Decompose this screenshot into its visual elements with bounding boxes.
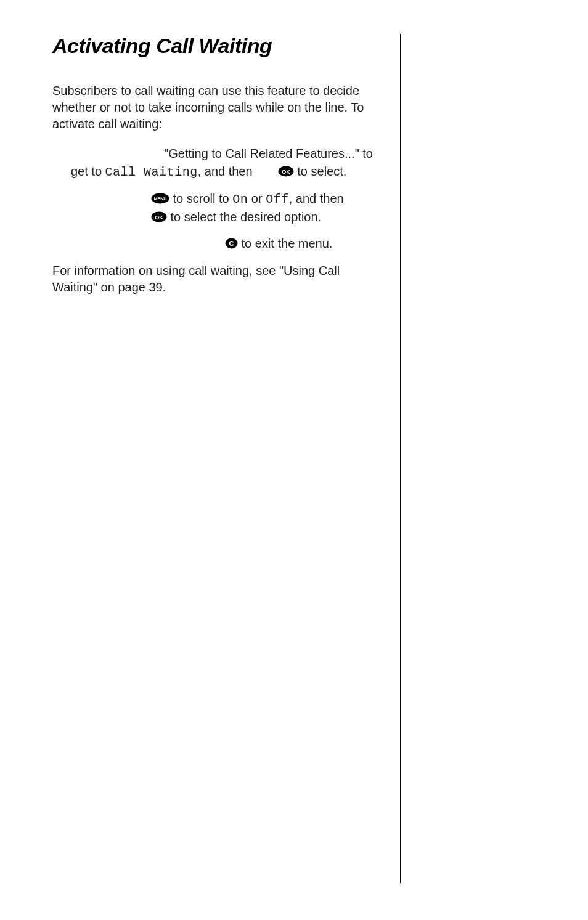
ok-icon: OK	[278, 166, 294, 177]
svg-text:C: C	[229, 240, 234, 247]
step-1-menu-text: Call Waiting	[105, 165, 198, 179]
svg-text:OK: OK	[155, 214, 163, 220]
step-2-or: or	[248, 192, 266, 205]
svg-text:MENU: MENU	[154, 197, 167, 201]
c-icon: C	[225, 238, 238, 249]
page-content: Activating Call Waiting Subscribers to c…	[52, 34, 551, 883]
step-1: Follow steps 1-3 "Getting to Call Relate…	[71, 145, 388, 181]
step-3-text-a: to exit the menu.	[238, 237, 332, 250]
step-2-off: Off	[266, 192, 289, 206]
step-2-text-b: , and then	[289, 192, 344, 205]
step-2-text-c: to select the desired option.	[167, 210, 321, 224]
ok-icon: OK	[151, 211, 167, 222]
step-1-text-c: to select.	[294, 165, 347, 178]
main-column: Activating Call Waiting Subscribers to c…	[52, 34, 401, 883]
step-2-text-a: to scroll to	[169, 192, 232, 205]
outro-paragraph: For information on using call waiting, s…	[52, 263, 388, 296]
page-title: Activating Call Waiting	[52, 34, 388, 58]
step-1-text-b: , and then	[198, 165, 256, 178]
step-2-on: On	[232, 192, 248, 206]
svg-text:OK: OK	[282, 168, 290, 174]
menu-icon: MENU	[151, 193, 169, 204]
step-3: C to exit the menu.	[206, 235, 388, 253]
intro-paragraph: Subscribers to call waiting can use this…	[52, 83, 388, 132]
step-2: MENU to scroll to On or Off, and then OK…	[133, 190, 388, 226]
